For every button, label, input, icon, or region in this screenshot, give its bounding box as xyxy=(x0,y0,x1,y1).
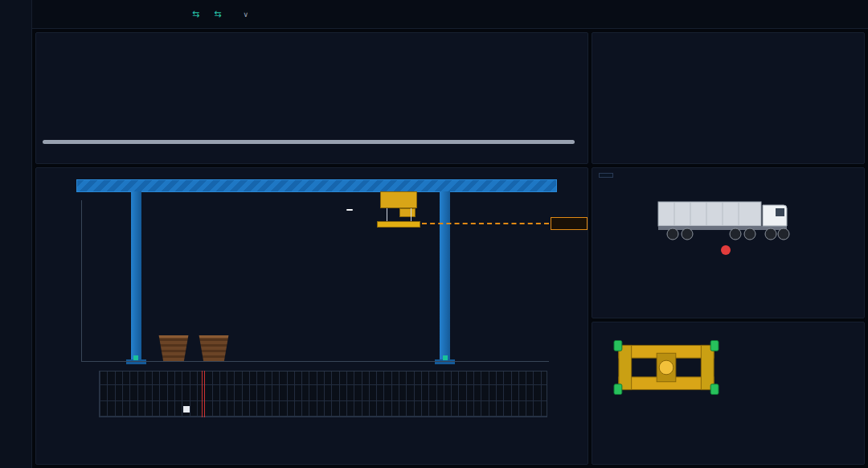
hoist-rope xyxy=(411,208,411,222)
bay-red-line xyxy=(202,371,205,417)
crane-right-leg xyxy=(440,191,450,361)
crane-left-leg xyxy=(131,191,141,361)
spreader-bar xyxy=(377,221,420,228)
y-axis xyxy=(81,200,82,361)
active-tier-box xyxy=(551,217,588,230)
spreader-status-panel xyxy=(592,322,865,465)
hoist-rope xyxy=(387,208,387,222)
bay-white-marker xyxy=(183,406,190,413)
tier-indicator-line xyxy=(422,223,549,224)
trolley-cab xyxy=(399,208,416,217)
swap-arrow-icon: ⇆ xyxy=(192,9,199,19)
arrival-indicator-dot xyxy=(721,245,731,255)
status-list-panel xyxy=(592,32,865,164)
command-pool-panel xyxy=(35,32,588,164)
chevron-down-icon: ∨ xyxy=(243,10,248,18)
spreader-graphic xyxy=(613,335,719,400)
arrival-status-panel xyxy=(592,167,865,318)
mode-selector[interactable]: ⇆ ⇆ ∨ xyxy=(185,9,248,19)
right-leg-marker xyxy=(443,355,448,360)
swap-arrow-icon: ⇆ xyxy=(214,9,221,19)
arrival-title[interactable] xyxy=(599,173,613,178)
crane-view-panel xyxy=(35,167,588,465)
arrival-header xyxy=(592,168,864,183)
status-list-title xyxy=(592,33,864,43)
trolley xyxy=(380,191,417,208)
horizontal-scrollbar[interactable] xyxy=(43,140,575,144)
command-pool-header xyxy=(36,33,588,41)
truck-graphic xyxy=(655,195,808,242)
top-header: ⇆ ⇆ ∨ xyxy=(32,0,868,29)
bay-grid[interactable] xyxy=(99,371,547,417)
container-stack xyxy=(155,335,192,361)
container-stack xyxy=(195,335,232,361)
crane-girder xyxy=(76,179,557,192)
hoist-height-label xyxy=(346,209,353,211)
sidebar xyxy=(0,0,32,468)
left-leg-marker xyxy=(133,355,138,360)
ground-line xyxy=(81,361,549,362)
